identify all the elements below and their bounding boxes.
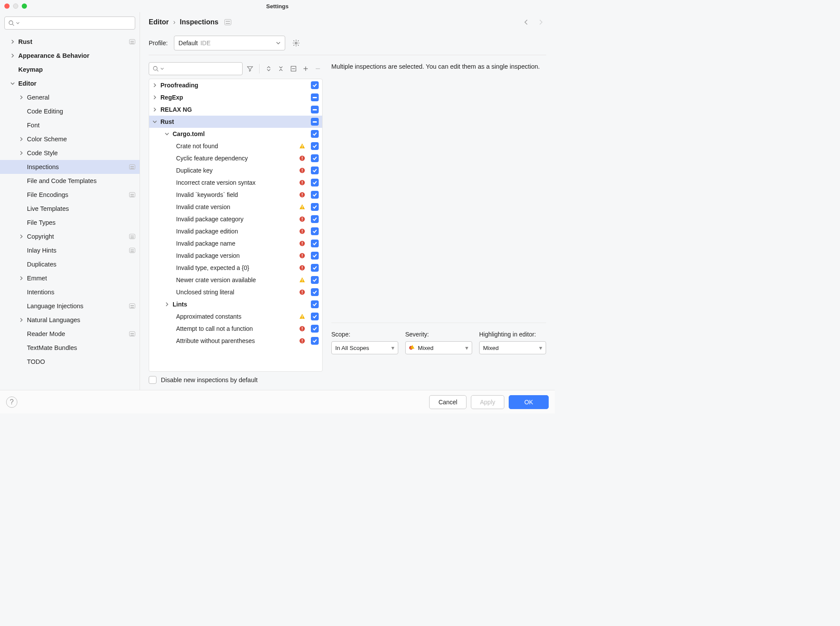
checkbox-checked[interactable] — [311, 300, 319, 308]
checkbox-checked[interactable] — [311, 313, 319, 320]
window-minimize-button[interactable] — [13, 3, 18, 9]
sidebar-item[interactable]: Duplicates — [0, 257, 140, 271]
inspection-search-field[interactable] — [166, 66, 239, 72]
checkbox-checked[interactable] — [311, 325, 319, 333]
sidebar-item[interactable]: Appearance & Behavior — [0, 49, 140, 63]
inspection-row[interactable]: Invalid type, expected a {0} — [149, 262, 322, 274]
checkbox-mixed[interactable] — [311, 106, 319, 113]
checkbox-checked[interactable] — [311, 154, 319, 162]
sidebar-item[interactable]: Inspections — [0, 160, 140, 174]
sidebar-item[interactable]: Natural Languages — [0, 313, 140, 327]
inspection-row[interactable]: Rust — [149, 116, 322, 128]
inspection-row[interactable]: Cyclic feature dependency — [149, 152, 322, 164]
cancel-button[interactable]: Cancel — [429, 395, 467, 409]
scope-dropdown[interactable]: In All Scopes ▾ — [331, 341, 398, 354]
inspection-row[interactable]: Approximated constants — [149, 310, 322, 323]
sidebar-item[interactable]: File Types — [0, 216, 140, 230]
inspection-row[interactable]: Invalid package version — [149, 250, 322, 262]
help-button[interactable]: ? — [6, 396, 17, 408]
inspection-row[interactable]: Proofreading — [149, 79, 322, 91]
inspection-row[interactable]: RELAX NG — [149, 103, 322, 116]
severity-dropdown[interactable]: Mixed ▾ — [405, 341, 472, 354]
inspection-row[interactable]: Crate not found — [149, 140, 322, 152]
svg-rect-27 — [302, 217, 302, 220]
window-zoom-button[interactable] — [22, 3, 27, 9]
sidebar-item[interactable]: Live Templates — [0, 202, 140, 216]
inspection-row[interactable]: Newer crate version available — [149, 274, 322, 286]
inspection-row[interactable]: Incorrect crate version syntax — [149, 176, 322, 189]
checkbox-checked[interactable] — [311, 252, 319, 260]
checkbox-mixed[interactable] — [311, 118, 319, 126]
checkbox-checked[interactable] — [311, 203, 319, 211]
inspection-row[interactable]: Invalid package name — [149, 237, 322, 250]
disable-new-checkbox[interactable] — [149, 376, 157, 384]
sidebar-item[interactable]: File and Code Templates — [0, 174, 140, 188]
inspection-row[interactable]: Invalid crate version — [149, 201, 322, 213]
checkbox-checked[interactable] — [311, 276, 319, 284]
checkbox-checked[interactable] — [311, 215, 319, 223]
reset-button[interactable] — [288, 63, 298, 74]
inspection-row[interactable]: Lints — [149, 298, 322, 310]
sidebar-search-input[interactable] — [4, 17, 135, 30]
sidebar-item[interactable]: Code Editing — [0, 104, 140, 118]
warning-icon — [299, 143, 306, 150]
inspection-row[interactable]: Unclosed string literal — [149, 286, 322, 298]
filter-button[interactable] — [245, 63, 255, 74]
checkbox-checked[interactable] — [311, 227, 319, 235]
ok-button[interactable]: OK — [509, 395, 549, 409]
window-close-button[interactable] — [4, 3, 10, 9]
inspection-label: Invalid type, expected a {0} — [176, 264, 249, 271]
sidebar-item[interactable]: Font — [0, 118, 140, 132]
sidebar-item[interactable]: File Encodings — [0, 188, 140, 202]
sidebar-item[interactable]: Intentions — [0, 285, 140, 299]
sidebar-item[interactable]: Copyright — [0, 230, 140, 243]
inspection-row[interactable]: Duplicate key — [149, 164, 322, 176]
sidebar-item[interactable]: Color Scheme — [0, 132, 140, 146]
sidebar-item[interactable]: TextMate Bundles — [0, 341, 140, 355]
profile-settings-button[interactable] — [291, 38, 301, 48]
checkbox-checked[interactable] — [311, 166, 319, 174]
inspection-tree[interactable]: ProofreadingRegExpRELAX NGRustCargo.toml… — [149, 79, 323, 372]
svg-rect-14 — [302, 160, 302, 160]
sidebar-item[interactable]: Reader Mode — [0, 327, 140, 341]
checkbox-checked[interactable] — [311, 337, 319, 345]
inspection-row[interactable]: Invalid `keywords` field — [149, 189, 322, 201]
svg-rect-20 — [302, 184, 302, 184]
sidebar-item-label: Inspections — [27, 163, 59, 170]
checkbox-checked[interactable] — [311, 130, 319, 138]
highlighting-dropdown[interactable]: Mixed ▾ — [479, 341, 546, 354]
search-icon — [8, 20, 14, 26]
search-icon — [153, 66, 159, 72]
profile-dropdown[interactable]: Default IDE — [174, 36, 285, 50]
checkbox-checked[interactable] — [311, 264, 319, 272]
checkbox-checked[interactable] — [311, 142, 319, 150]
expand-all-button[interactable] — [264, 63, 273, 74]
sidebar-item[interactable]: Rust — [0, 35, 140, 49]
sidebar-item[interactable]: Emmet — [0, 271, 140, 285]
inspection-row[interactable]: Cargo.toml — [149, 128, 322, 140]
sidebar-search-field[interactable] — [21, 20, 131, 27]
remove-button[interactable] — [313, 63, 323, 74]
checkbox-mixed[interactable] — [311, 93, 319, 101]
inspection-row[interactable]: RegExp — [149, 91, 322, 103]
inspection-row[interactable]: Invalid package edition — [149, 225, 322, 237]
inspection-row[interactable]: Invalid package category — [149, 213, 322, 225]
checkbox-checked[interactable] — [311, 81, 319, 89]
checkbox-checked[interactable] — [311, 240, 319, 247]
sidebar-item[interactable]: TODO — [0, 355, 140, 369]
sidebar-item[interactable]: Language Injections — [0, 299, 140, 313]
inspection-row[interactable]: Attempt to call not a function — [149, 323, 322, 335]
sidebar-item[interactable]: General — [0, 90, 140, 104]
add-button[interactable] — [301, 63, 310, 74]
checkbox-checked[interactable] — [311, 179, 319, 186]
collapse-all-button[interactable] — [276, 63, 286, 74]
checkbox-checked[interactable] — [311, 191, 319, 199]
sidebar-item[interactable]: Inlay Hints — [0, 243, 140, 257]
checkbox-checked[interactable] — [311, 288, 319, 296]
sidebar-item[interactable]: Keymap — [0, 63, 140, 77]
inspection-search-input[interactable] — [149, 62, 243, 75]
sidebar-item[interactable]: Editor — [0, 77, 140, 90]
nav-back-icon[interactable] — [523, 18, 530, 26]
sidebar-item[interactable]: Code Style — [0, 146, 140, 160]
inspection-row[interactable]: Attribute without parentheses — [149, 335, 322, 347]
